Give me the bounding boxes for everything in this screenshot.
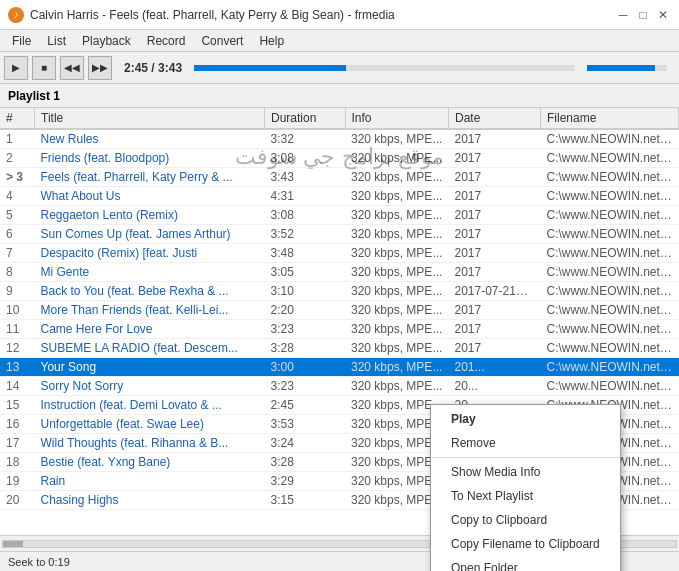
table-row[interactable]: 6Sun Comes Up (feat. James Arthur)3:5232… bbox=[0, 225, 679, 244]
track-num: 17 bbox=[0, 434, 35, 453]
table-row[interactable]: 8Mi Gente3:05320 kbps, MPE...2017C:\www.… bbox=[0, 263, 679, 282]
scrollbar-thumb[interactable] bbox=[3, 541, 23, 547]
track-num: 9 bbox=[0, 282, 35, 301]
track-title: Despacito (Remix) [feat. Justi bbox=[35, 244, 265, 263]
track-date: 2017 bbox=[449, 244, 541, 263]
table-row[interactable]: 11Came Here For Love3:23320 kbps, MPE...… bbox=[0, 320, 679, 339]
context-menu-separator bbox=[431, 457, 620, 458]
track-num: 4 bbox=[0, 187, 35, 206]
track-title: Reggaeton Lento (Remix) bbox=[35, 206, 265, 225]
table-row[interactable]: 4What About Us4:31320 kbps, MPE...2017C:… bbox=[0, 187, 679, 206]
track-title: Bestie (feat. Yxng Bane) bbox=[35, 453, 265, 472]
track-filename: C:\www.NEOWIN.net\Musi... bbox=[541, 301, 679, 320]
track-duration: 3:48 bbox=[265, 244, 346, 263]
prev-button[interactable]: ◀◀ bbox=[60, 56, 84, 80]
col-header-filename[interactable]: Filename bbox=[541, 108, 679, 129]
track-title: Friends (feat. Bloodpop) bbox=[35, 149, 265, 168]
track-num: 18 bbox=[0, 453, 35, 472]
context-menu-item-copy-filename[interactable]: Copy Filename to Clipboard bbox=[431, 532, 620, 556]
title-bar: ♪ Calvin Harris - Feels (feat. Pharrell,… bbox=[0, 0, 679, 30]
playlist-title: Playlist 1 bbox=[8, 89, 60, 103]
track-duration: 4:31 bbox=[265, 187, 346, 206]
table-row[interactable]: 7Despacito (Remix) [feat. Justi3:48320 k… bbox=[0, 244, 679, 263]
volume-bar-fill bbox=[587, 65, 655, 71]
track-title: Came Here For Love bbox=[35, 320, 265, 339]
table-row[interactable]: 2Friends (feat. Bloodpop)3:08320 kbps, M… bbox=[0, 149, 679, 168]
track-info: 320 kbps, MPE... bbox=[345, 225, 449, 244]
track-date: 2017 bbox=[449, 301, 541, 320]
menu-convert[interactable]: Convert bbox=[193, 30, 251, 51]
track-date: 2017-07-21T07... bbox=[449, 282, 541, 301]
context-menu-item-to-next-playlist[interactable]: To Next Playlist bbox=[431, 484, 620, 508]
track-filename: C:\www.NEOWIN.net\Musi... bbox=[541, 263, 679, 282]
play-button[interactable]: ▶ bbox=[4, 56, 28, 80]
track-filename: C:\www.NEOWIN.net\Musi... bbox=[541, 187, 679, 206]
maximize-button[interactable]: □ bbox=[635, 7, 651, 23]
table-header: # Title Duration Info Date Filename bbox=[0, 108, 679, 129]
track-filename: C:\www.NEOWIN.net\Musi... bbox=[541, 358, 679, 377]
track-title: Wild Thoughts (feat. Rihanna & B... bbox=[35, 434, 265, 453]
table-row[interactable]: 10More Than Friends (feat. Kelli-Lei...2… bbox=[0, 301, 679, 320]
time-sep: / bbox=[148, 61, 158, 75]
table-row[interactable]: > 3Feels (feat. Pharrell, Katy Perry & .… bbox=[0, 168, 679, 187]
track-title: More Than Friends (feat. Kelli-Lei... bbox=[35, 301, 265, 320]
track-title: Sorry Not Sorry bbox=[35, 377, 265, 396]
table-row[interactable]: 13Your Song3:00320 kbps, MPE...201...C:\… bbox=[0, 358, 679, 377]
menu-playback[interactable]: Playback bbox=[74, 30, 139, 51]
table-row[interactable]: 9Back to You (feat. Bebe Rexha & ...3:10… bbox=[0, 282, 679, 301]
app-icon: ♪ bbox=[8, 7, 24, 23]
volume-bar[interactable] bbox=[587, 65, 667, 71]
track-num: 11 bbox=[0, 320, 35, 339]
menu-record[interactable]: Record bbox=[139, 30, 194, 51]
track-duration: 3:24 bbox=[265, 434, 346, 453]
context-menu-item-open-folder[interactable]: Open Folder bbox=[431, 556, 620, 571]
track-info: 320 kbps, MPE... bbox=[345, 263, 449, 282]
track-date: 2017 bbox=[449, 129, 541, 149]
track-filename: C:\www.NEOWIN.net\Musi... bbox=[541, 206, 679, 225]
track-duration: 3:52 bbox=[265, 225, 346, 244]
track-num: 15 bbox=[0, 396, 35, 415]
seek-bar[interactable] bbox=[194, 65, 575, 71]
table-row[interactable]: 14Sorry Not Sorry3:23320 kbps, MPE...20.… bbox=[0, 377, 679, 396]
track-filename: C:\www.NEOWIN.net\Musi... bbox=[541, 225, 679, 244]
track-info: 320 kbps, MPE... bbox=[345, 244, 449, 263]
col-header-num[interactable]: # bbox=[0, 108, 35, 129]
next-button[interactable]: ▶▶ bbox=[88, 56, 112, 80]
track-duration: 3:10 bbox=[265, 282, 346, 301]
menu-list[interactable]: List bbox=[39, 30, 74, 51]
col-header-info[interactable]: Info bbox=[345, 108, 449, 129]
context-menu-item-play[interactable]: Play bbox=[431, 407, 620, 431]
track-duration: 3:15 bbox=[265, 491, 346, 510]
stop-button[interactable]: ■ bbox=[32, 56, 56, 80]
menu-file[interactable]: File bbox=[4, 30, 39, 51]
status-text: Seek to 0:19 bbox=[8, 556, 70, 568]
table-row[interactable]: 12SUBEME LA RADIO (feat. Descem...3:2832… bbox=[0, 339, 679, 358]
track-num: 2 bbox=[0, 149, 35, 168]
track-date: 2017 bbox=[449, 206, 541, 225]
context-menu-item-remove[interactable]: Remove bbox=[431, 431, 620, 455]
context-menu-item-show-media-info[interactable]: Show Media Info bbox=[431, 460, 620, 484]
track-date: 2017 bbox=[449, 149, 541, 168]
track-duration: 3:00 bbox=[265, 358, 346, 377]
track-num: 14 bbox=[0, 377, 35, 396]
track-duration: 2:20 bbox=[265, 301, 346, 320]
track-num: 5 bbox=[0, 206, 35, 225]
track-num: 19 bbox=[0, 472, 35, 491]
track-filename: C:\www.NEOWIN.net\Musi... bbox=[541, 244, 679, 263]
col-header-duration[interactable]: Duration bbox=[265, 108, 346, 129]
menu-help[interactable]: Help bbox=[251, 30, 292, 51]
menu-bar: File List Playback Record Convert Help bbox=[0, 30, 679, 52]
track-duration: 3:08 bbox=[265, 206, 346, 225]
close-button[interactable]: ✕ bbox=[655, 7, 671, 23]
context-menu-item-copy-to-clipboard[interactable]: Copy to Clipboard bbox=[431, 508, 620, 532]
track-filename: C:\www.NEOWIN.net\Musi... bbox=[541, 320, 679, 339]
track-num: 8 bbox=[0, 263, 35, 282]
track-filename: C:\www.NEOWIN.net\Musi... bbox=[541, 149, 679, 168]
track-num: 10 bbox=[0, 301, 35, 320]
col-header-date[interactable]: Date bbox=[449, 108, 541, 129]
table-row[interactable]: 1New Rules3:32320 kbps, MPE...2017C:\www… bbox=[0, 129, 679, 149]
col-header-title[interactable]: Title bbox=[35, 108, 265, 129]
minimize-button[interactable]: ─ bbox=[615, 7, 631, 23]
table-row[interactable]: 5Reggaeton Lento (Remix)3:08320 kbps, MP… bbox=[0, 206, 679, 225]
track-title: Mi Gente bbox=[35, 263, 265, 282]
